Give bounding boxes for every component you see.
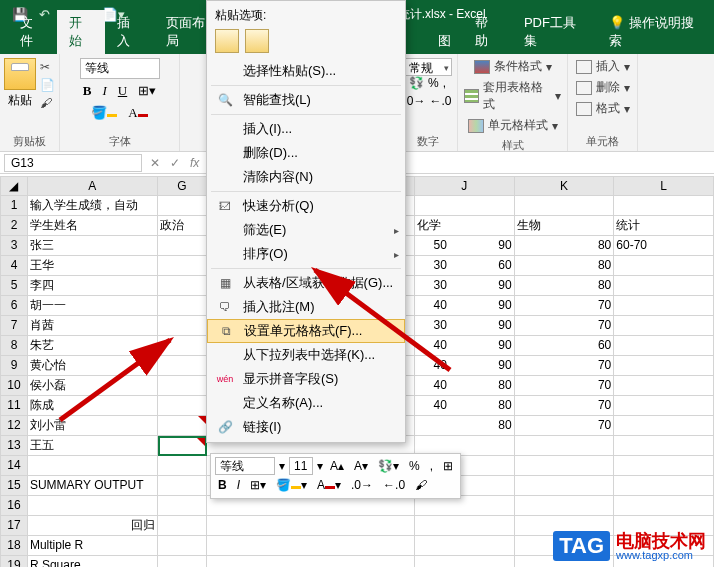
row-header-4[interactable]: 4 [0,256,28,276]
cell-A19[interactable]: R Square [28,556,158,567]
row-header-8[interactable]: 8 [0,336,28,356]
cell-L2[interactable]: 统计 [614,216,714,236]
cell-K14[interactable] [515,456,615,476]
mini-font-size[interactable]: 11 [289,457,313,475]
conditional-formatting-button[interactable]: 条件格式 ▾ [474,58,552,75]
cell-A8[interactable]: 朱艺 [28,336,158,356]
row-header-6[interactable]: 6 [0,296,28,316]
mini-currency-icon[interactable]: 💱▾ [375,458,402,474]
ctx-clear[interactable]: 清除内容(N) [207,165,405,189]
cell-gap-18[interactable] [207,536,414,556]
cell-L9[interactable] [614,356,714,376]
cell-L8[interactable] [614,336,714,356]
tab-insert[interactable]: 插入 [105,10,154,54]
cell-K4[interactable]: 80 [515,256,615,276]
cell-A2[interactable]: 学生姓名 [28,216,158,236]
cell-L12[interactable] [614,416,714,436]
cell-G9[interactable] [158,356,208,376]
cell-K16[interactable] [515,496,615,516]
cell-A12[interactable]: 刘小雷 [28,416,158,436]
bold-button[interactable]: B [79,81,96,101]
tab-help[interactable]: 帮助 [463,10,512,54]
cell-J16[interactable] [415,496,515,516]
mini-italic-button[interactable]: I [234,477,243,493]
mini-fill-color-button[interactable]: 🪣▾ [273,477,310,493]
row-header-14[interactable]: 14 [0,456,28,476]
ctx-filter[interactable]: 筛选(E) [207,218,405,242]
mini-bold-button[interactable]: B [215,477,230,493]
cut-icon[interactable]: ✂ [40,60,55,74]
cell-L14[interactable] [614,456,714,476]
cell-A6[interactable]: 胡一一 [28,296,158,316]
mini-comma-icon[interactable]: , [427,458,436,474]
cell-A9[interactable]: 黄心怡 [28,356,158,376]
row-header-15[interactable]: 15 [0,476,28,496]
cell-J18[interactable] [415,536,515,556]
row-header-13[interactable]: 13 [0,436,28,456]
ctx-smart-lookup[interactable]: 🔍智能查找(L) [207,88,405,112]
cell-G5[interactable] [158,276,208,296]
tab-extra1[interactable]: 图 [426,28,463,54]
cell-K1[interactable] [515,196,615,216]
border-button[interactable]: ⊞▾ [134,81,160,101]
ctx-from-table[interactable]: ▦从表格/区域获取数据(G)... [207,271,405,295]
cell-K3[interactable]: 80 [515,236,615,256]
cell-gap-19[interactable] [207,556,414,567]
col-header-K[interactable]: K [515,176,615,196]
mini-decimals-1-icon[interactable]: .0→ [348,477,376,493]
italic-button[interactable]: I [98,81,110,101]
cell-G16[interactable] [158,496,208,516]
cell-K13[interactable] [515,436,615,456]
ctx-link[interactable]: 🔗链接(I) [207,415,405,439]
cell-J4[interactable]: 3060 [415,256,515,276]
cell-G7[interactable] [158,316,208,336]
cell-A5[interactable]: 李四 [28,276,158,296]
cell-L16[interactable] [614,496,714,516]
mini-increase-font-icon[interactable]: A▴ [327,458,347,474]
cell-A13[interactable]: 王五 [28,436,158,456]
ctx-paste-special[interactable]: 选择性粘贴(S)... [207,59,405,83]
cell-J17[interactable] [415,516,515,536]
cell-K12[interactable]: 70 [515,416,615,436]
cell-L1[interactable] [614,196,714,216]
cell-K8[interactable]: 60 [515,336,615,356]
format-painter-icon[interactable]: 🖌 [40,96,55,110]
cell-K6[interactable]: 70 [515,296,615,316]
row-header-1[interactable]: 1 [0,196,28,216]
row-header-10[interactable]: 10 [0,376,28,396]
cell-K10[interactable]: 70 [515,376,615,396]
enter-icon[interactable]: ✓ [170,156,180,170]
cell-gap-16[interactable] [207,496,414,516]
cell-G14[interactable] [158,456,208,476]
mini-font-name[interactable]: 等线 [215,457,275,475]
font-name-box[interactable]: 等线 [80,58,160,79]
name-box[interactable] [4,154,142,172]
cell-J5[interactable]: 3090 [415,276,515,296]
cell-A1[interactable]: 输入学生成绩，自动 [28,196,158,216]
cell-L3[interactable]: 60-70 [614,236,714,256]
cell-J12[interactable]: 80 [415,416,515,436]
cell-G6[interactable] [158,296,208,316]
mini-formats-icon[interactable]: ⊞ [440,458,456,474]
col-header-J[interactable]: J [415,176,515,196]
cell-L11[interactable] [614,396,714,416]
row-16[interactable]: 16 [0,496,714,516]
row-header-3[interactable]: 3 [0,236,28,256]
col-header-L[interactable]: L [614,176,714,196]
ctx-define-name[interactable]: 定义名称(A)... [207,391,405,415]
fill-color-button[interactable]: 🪣 [87,103,121,123]
comma-icon[interactable]: , [443,76,446,90]
row-header-5[interactable]: 5 [0,276,28,296]
cell-G17[interactable] [158,516,208,536]
number-format-box[interactable]: 常规 [404,58,452,76]
cell-A17[interactable]: 回归 [28,516,158,536]
row-header-12[interactable]: 12 [0,416,28,436]
mini-percent-icon[interactable]: % [406,458,423,474]
row-header-19[interactable]: 19 [0,556,28,567]
tab-tell[interactable]: 💡 操作说明搜索 [597,10,714,54]
cell-G15[interactable] [158,476,208,496]
cell-L13[interactable] [614,436,714,456]
paste-option-normal-icon[interactable] [215,29,239,53]
cell-G19[interactable] [158,556,208,567]
cell-A11[interactable]: 陈成 [28,396,158,416]
